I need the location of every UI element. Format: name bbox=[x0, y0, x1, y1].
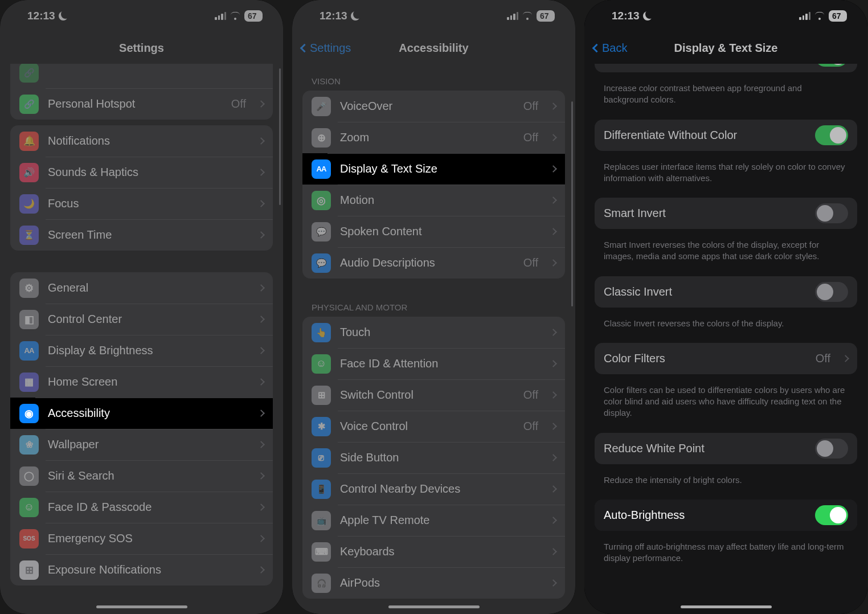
toggle-switch[interactable] bbox=[815, 64, 848, 67]
list-item[interactable]: Voice ControlOff bbox=[302, 411, 565, 442]
list-item[interactable]: Auto-Brightness bbox=[595, 500, 857, 531]
list-item[interactable] bbox=[595, 64, 857, 72]
display-text-list[interactable]: Increase color contrast between app fore… bbox=[584, 64, 867, 614]
toggle-switch[interactable] bbox=[815, 505, 848, 525]
list-item[interactable]: Keyboards bbox=[302, 536, 565, 567]
chevron-right-icon bbox=[257, 316, 265, 323]
row-label: Wallpaper bbox=[48, 438, 246, 451]
page-title: Display & Text Size bbox=[674, 42, 778, 55]
chevron-right-icon bbox=[257, 169, 265, 176]
nav-header: Back Display & Text Size bbox=[584, 32, 867, 64]
list-item[interactable]: Accessibility bbox=[10, 398, 273, 429]
toggle-switch[interactable] bbox=[815, 439, 848, 459]
list-item[interactable]: Display & Brightness bbox=[10, 335, 273, 366]
list-item[interactable]: Reduce White Point bbox=[595, 433, 857, 464]
list-item[interactable]: Exposure Notifications bbox=[10, 554, 273, 586]
list-item[interactable]: Color FiltersOff bbox=[595, 343, 857, 374]
back-button[interactable]: Back bbox=[593, 42, 627, 55]
home-indicator[interactable] bbox=[388, 605, 480, 608]
list-item[interactable]: Face ID & Passcode bbox=[10, 492, 273, 523]
row-label: Touch bbox=[340, 326, 538, 339]
chevron-right-icon bbox=[257, 378, 265, 386]
g-grid-icon bbox=[19, 373, 39, 392]
home-indicator[interactable] bbox=[681, 605, 772, 608]
list-item[interactable]: Emergency SOS bbox=[10, 523, 273, 554]
cellular-icon bbox=[215, 12, 226, 20]
status-bar: 12:13 67 bbox=[584, 0, 867, 32]
chevron-right-icon bbox=[257, 441, 265, 448]
row-label: Classic Invert bbox=[604, 285, 806, 298]
group-notifications: NotificationsSounds & HapticsFocusScreen… bbox=[10, 125, 273, 251]
list-item[interactable]: AirPods bbox=[302, 567, 565, 599]
footer-text: Smart Invert reverses the colors of the … bbox=[584, 235, 867, 276]
settings-list[interactable]: Personal Hotspot Off NotificationsSounds… bbox=[0, 64, 283, 614]
list-item[interactable]: Display & Text Size bbox=[302, 153, 565, 185]
wifi-icon bbox=[522, 12, 533, 20]
chevron-right-icon bbox=[842, 355, 849, 362]
row-label: Focus bbox=[48, 197, 246, 210]
chevron-right-icon bbox=[257, 100, 265, 108]
accessibility-list[interactable]: VISION VoiceOverOffZoomOffDisplay & Text… bbox=[292, 64, 575, 614]
list-item[interactable]: Wallpaper bbox=[10, 429, 273, 460]
g-aa-icon bbox=[19, 341, 39, 361]
g-face-icon bbox=[19, 498, 39, 517]
wifi-icon bbox=[230, 12, 240, 20]
list-item[interactable]: Face ID & Attention bbox=[302, 348, 565, 379]
list-item[interactable]: VoiceOverOff bbox=[302, 91, 565, 122]
back-button[interactable]: Settings bbox=[301, 42, 351, 55]
toggle-switch[interactable] bbox=[815, 125, 848, 145]
list-item[interactable]: Siri & Search bbox=[10, 460, 273, 492]
list-item[interactable]: Notifications bbox=[10, 125, 273, 157]
g-touch-icon bbox=[312, 323, 331, 342]
list-item[interactable]: Classic Invert bbox=[595, 276, 857, 308]
row-label: Color Filters bbox=[604, 352, 806, 365]
chevron-right-icon bbox=[257, 231, 265, 239]
back-label: Back bbox=[602, 42, 627, 55]
row-value: Off bbox=[523, 420, 538, 433]
row-label: Home Screen bbox=[48, 375, 246, 388]
list-item[interactable]: Sounds & Haptics bbox=[10, 157, 273, 188]
phone-accessibility: 12:13 67 Settings Accessibility VISION V… bbox=[292, 0, 575, 614]
row-label: AirPods bbox=[340, 576, 538, 590]
scrollbar[interactable] bbox=[571, 101, 573, 306]
toggle-switch[interactable] bbox=[815, 203, 848, 223]
row-label: VoiceOver bbox=[340, 100, 514, 113]
list-item[interactable]: Smart Invert bbox=[595, 198, 857, 229]
chevron-right-icon bbox=[550, 391, 557, 399]
row-label: Exposure Notifications bbox=[48, 563, 246, 576]
list-item[interactable] bbox=[10, 64, 273, 88]
scrollbar[interactable] bbox=[279, 68, 281, 205]
g-circle-icon bbox=[19, 466, 39, 486]
list-item[interactable]: Audio DescriptionsOff bbox=[302, 247, 565, 279]
home-indicator[interactable] bbox=[96, 605, 187, 608]
list-item[interactable]: Side Button bbox=[302, 442, 565, 473]
focus-moon-icon bbox=[351, 11, 360, 21]
list-item[interactable]: Screen Time bbox=[10, 219, 273, 251]
g-grid4-icon bbox=[312, 386, 331, 405]
row-label: Siri & Search bbox=[48, 469, 246, 482]
list-item[interactable]: Spoken Content bbox=[302, 216, 565, 247]
status-time: 12:13 bbox=[27, 10, 55, 22]
chevron-left-icon bbox=[592, 43, 601, 52]
list-item[interactable]: General bbox=[10, 272, 273, 304]
row-value: Off bbox=[523, 131, 538, 144]
chevron-right-icon bbox=[550, 259, 557, 267]
list-item[interactable]: Control Nearby Devices bbox=[302, 473, 565, 505]
list-item[interactable]: Switch ControlOff bbox=[302, 379, 565, 411]
list-item[interactable]: Control Center bbox=[10, 304, 273, 335]
list-item[interactable]: Motion bbox=[302, 185, 565, 216]
row-label: Face ID & Passcode bbox=[48, 501, 246, 514]
battery-icon: 67 bbox=[537, 10, 555, 22]
g-speaker-icon bbox=[19, 163, 39, 182]
list-item[interactable]: Apple TV Remote bbox=[302, 505, 565, 536]
list-item[interactable]: Focus bbox=[10, 188, 273, 219]
chevron-right-icon bbox=[257, 347, 265, 354]
list-item[interactable]: Differentiate Without Color bbox=[595, 120, 857, 151]
list-item[interactable]: Touch bbox=[302, 317, 565, 348]
list-item-personal-hotspot[interactable]: Personal Hotspot Off bbox=[10, 88, 273, 120]
list-item[interactable]: ZoomOff bbox=[302, 122, 565, 153]
toggle-switch[interactable] bbox=[815, 282, 848, 302]
row-label: Spoken Content bbox=[340, 225, 538, 238]
page-title: Accessibility bbox=[399, 42, 468, 55]
list-item[interactable]: Home Screen bbox=[10, 366, 273, 398]
